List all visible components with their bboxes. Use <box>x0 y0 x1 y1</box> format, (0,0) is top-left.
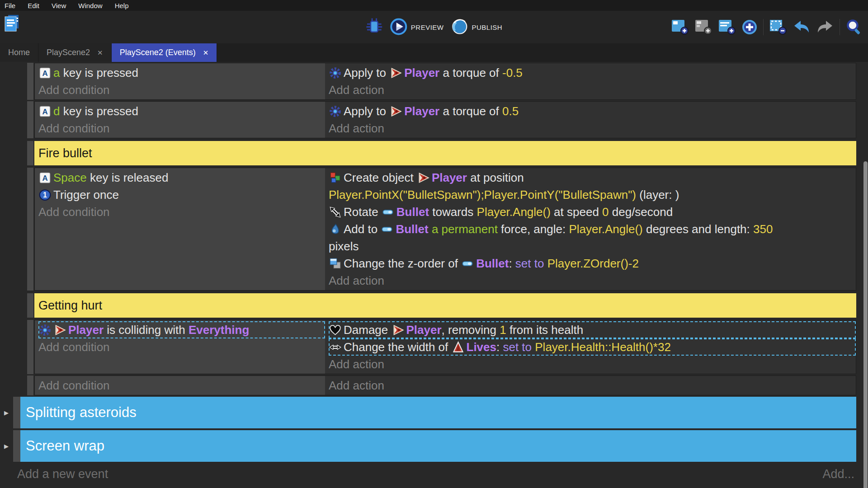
svg-text:A: A <box>42 174 47 183</box>
events-footer: Add a new eventAdd... <box>17 467 854 481</box>
toolbar: PREVIEW PUBLISH <box>0 11 868 43</box>
events-sheet: Aa key is pressedAdd conditionApply to P… <box>0 62 868 488</box>
scrollbar[interactable] <box>863 161 868 488</box>
publish-globe-icon <box>451 18 468 37</box>
add-action-button[interactable]: Add action <box>329 120 856 137</box>
svg-text:1: 1 <box>43 191 47 199</box>
undo-icon[interactable] <box>793 19 811 35</box>
add-event-icon[interactable] <box>671 19 689 35</box>
physics-icon <box>329 67 341 79</box>
player-icon <box>392 324 404 336</box>
bullet-icon <box>382 206 394 218</box>
tab-label: PlayScene2 (Events) <box>120 48 196 57</box>
action[interactable]: Change the width of Lives: set to Player… <box>329 338 856 356</box>
add-comment-icon[interactable] <box>718 19 736 35</box>
toolbar-center: PREVIEW PUBLISH <box>366 11 502 43</box>
add-new-icon[interactable] <box>741 19 758 35</box>
player-icon <box>390 105 402 117</box>
event-row: Ad key is pressedAdd conditionApply to P… <box>0 101 856 138</box>
lives-icon <box>452 341 464 353</box>
group-title[interactable]: Screen wrap <box>20 430 856 462</box>
condition[interactable]: Player is colliding with Everything <box>38 321 325 338</box>
preview-button[interactable]: PREVIEW <box>390 18 444 37</box>
event-handle[interactable] <box>27 168 33 291</box>
action[interactable]: Apply to Player a torque of 0.5 <box>329 103 856 120</box>
action[interactable]: Damage Player, removing 1 from its healt… <box>329 321 856 338</box>
group-collapse-arrow-icon[interactable]: ▶ <box>4 443 9 450</box>
condition[interactable]: Aa key is pressed <box>38 64 325 81</box>
tab-bar: Home PlayScene2 ✕ PlayScene2 (Events) ✕ <box>0 43 868 62</box>
publish-button[interactable]: PUBLISH <box>451 18 502 37</box>
tab-playscene2[interactable]: PlayScene2 ✕ <box>38 43 112 62</box>
toolbar-separator <box>763 19 764 35</box>
add-subevent-icon[interactable] <box>694 19 712 35</box>
player-icon <box>417 172 429 184</box>
add-more-button[interactable]: Add... <box>822 467 854 481</box>
condition[interactable]: 1Trigger once <box>38 186 325 203</box>
action[interactable]: Rotate Bullet towards Player.Angle() at … <box>329 203 856 221</box>
tab-label: Home <box>8 48 30 57</box>
condition[interactable]: ASpace key is released <box>38 169 325 186</box>
actions-column: Damage Player, removing 1 from its healt… <box>325 320 856 374</box>
menu-edit[interactable]: Edit <box>28 2 39 9</box>
action[interactable]: Add to Bullet a permanent force, angle: … <box>329 221 856 255</box>
menu-help[interactable]: Help <box>115 2 129 9</box>
group-title[interactable]: Splitting asteroids <box>20 397 856 428</box>
add-action-button[interactable]: Add action <box>329 377 856 394</box>
group-row: ▶Splitting asteroids <box>0 397 856 428</box>
actions-column: Add action <box>325 376 856 395</box>
menu-view[interactable]: View <box>52 2 66 9</box>
event-handle[interactable] <box>27 141 33 165</box>
conditions-column: ASpace key is released1Trigger onceAdd c… <box>35 168 325 290</box>
redo-icon[interactable] <box>816 19 834 35</box>
action[interactable]: Change the z-order of Bullet: set to Pla… <box>329 255 856 272</box>
comment-text[interactable]: Getting hurt <box>34 293 856 318</box>
action[interactable]: Create object Player at position Player.… <box>329 169 856 203</box>
add-condition-button[interactable]: Add condition <box>38 377 325 394</box>
close-icon[interactable]: ✕ <box>97 49 103 56</box>
bullet-icon <box>381 223 393 235</box>
width-icon <box>329 341 341 353</box>
add-condition-button[interactable]: Add condition <box>38 120 325 137</box>
comment-row: Fire bullet <box>0 141 856 165</box>
event-handle[interactable] <box>13 397 20 428</box>
add-new-event-button[interactable]: Add a new event <box>17 467 108 481</box>
events-sheet-icon <box>4 14 20 34</box>
close-icon[interactable]: ✕ <box>203 49 209 56</box>
comment-row: Getting hurt <box>0 293 856 318</box>
toolbar-separator <box>840 19 840 35</box>
event-row: Aa key is pressedAdd conditionApply to P… <box>0 63 856 100</box>
debugger-icon[interactable] <box>366 18 383 37</box>
add-action-button[interactable]: Add action <box>329 356 856 373</box>
tab-home[interactable]: Home <box>0 43 38 62</box>
event-row: Player is colliding with EverythingAdd c… <box>0 320 856 374</box>
event-handle[interactable] <box>27 101 33 138</box>
menu-window[interactable]: Window <box>78 2 102 9</box>
event-handle[interactable] <box>27 63 33 100</box>
keyboard-icon: A <box>39 67 51 79</box>
actions-column: Create object Player at position Player.… <box>325 168 856 290</box>
add-action-button[interactable]: Add action <box>329 81 856 99</box>
event-handle[interactable] <box>27 320 33 374</box>
add-condition-button[interactable]: Add condition <box>38 338 325 356</box>
condition[interactable]: Ad key is pressed <box>38 103 325 120</box>
search-icon[interactable] <box>845 19 863 36</box>
menu-file[interactable]: File <box>5 2 15 9</box>
event-handle[interactable] <box>27 375 33 395</box>
actions-column: Apply to Player a torque of 0.5Add actio… <box>325 102 856 138</box>
tab-playscene2-events[interactable]: PlayScene2 (Events) ✕ <box>112 43 217 62</box>
action[interactable]: Apply to Player a torque of -0.5 <box>329 64 856 81</box>
add-action-button[interactable]: Add action <box>329 272 856 289</box>
conditions-column: Ad key is pressedAdd condition <box>35 102 325 138</box>
group-collapse-arrow-icon[interactable]: ▶ <box>4 409 9 416</box>
comment-text[interactable]: Fire bullet <box>34 141 856 165</box>
delete-selection-icon[interactable] <box>769 19 787 35</box>
conditions-column: Player is colliding with EverythingAdd c… <box>35 320 325 374</box>
svg-text:A: A <box>42 108 47 116</box>
event-handle[interactable] <box>13 430 20 462</box>
add-condition-button[interactable]: Add condition <box>38 81 325 99</box>
event-handle[interactable] <box>27 293 33 318</box>
bullet-icon <box>462 258 474 270</box>
add-condition-button[interactable]: Add condition <box>38 203 325 221</box>
zorder-icon <box>329 258 341 270</box>
